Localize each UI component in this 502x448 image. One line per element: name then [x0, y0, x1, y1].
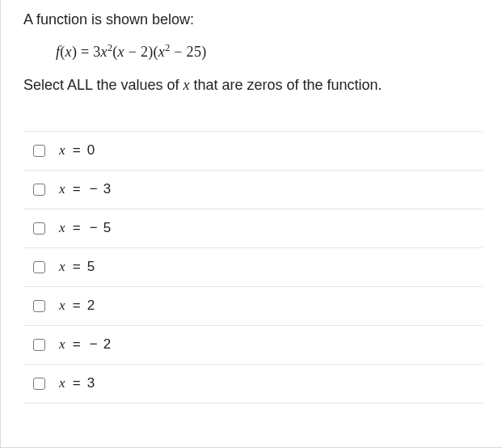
equals-sign: =: [73, 181, 81, 197]
answer-label: x = − 5: [59, 220, 112, 236]
function-formula: f(x) = 3x2(x − 2)(x2 − 25): [56, 42, 483, 61]
answer-checkbox[interactable]: [33, 145, 45, 157]
answer-value: 3: [87, 375, 95, 391]
answer-option[interactable]: x = 2: [23, 286, 483, 325]
negative-sign: −: [90, 220, 98, 235]
equals-sign: =: [73, 142, 81, 158]
answer-label: x = 5: [59, 259, 95, 275]
answer-checkbox[interactable]: [33, 378, 45, 390]
equals-sign: =: [73, 336, 81, 352]
answer-label: x = − 2: [59, 336, 112, 353]
answer-option[interactable]: x = − 3: [23, 170, 483, 209]
variable-x: x: [59, 336, 65, 352]
answer-option[interactable]: x = − 2: [23, 325, 483, 364]
variable-x: x: [59, 220, 65, 235]
variable-x: x: [59, 259, 65, 274]
answer-value: 5: [103, 220, 112, 235]
answer-label: x = 0: [59, 142, 95, 158]
answer-options-list: x = 0x = − 3x = − 5x = 5x = 2x = − 2x = …: [23, 131, 483, 404]
variable-x: x: [59, 298, 65, 313]
answer-label: x = 3: [59, 375, 95, 391]
equals-sign: =: [73, 259, 81, 274]
answer-value: 5: [87, 259, 95, 274]
equals-sign: =: [73, 220, 81, 235]
equals-sign: =: [73, 298, 81, 313]
answer-checkbox[interactable]: [33, 261, 45, 273]
answer-checkbox[interactable]: [33, 339, 45, 351]
answer-value: 3: [103, 181, 112, 197]
answer-option[interactable]: x = − 5: [23, 209, 483, 247]
answer-value: 0: [87, 142, 95, 158]
negative-sign: −: [90, 336, 98, 352]
formula-rparen: ): [72, 44, 81, 60]
variable-x: x: [59, 142, 65, 158]
equals-sign: =: [73, 375, 81, 391]
negative-sign: −: [90, 181, 98, 197]
answer-checkbox[interactable]: [33, 222, 45, 235]
answer-option[interactable]: x = 5: [23, 247, 483, 286]
answer-value: 2: [87, 298, 95, 313]
answer-value: 2: [103, 336, 112, 352]
answer-option[interactable]: x = 3: [23, 364, 483, 404]
formula-lhs-x: x: [65, 44, 72, 60]
question-intro: A function is shown below:: [23, 10, 483, 29]
answer-checkbox[interactable]: [33, 300, 45, 312]
answer-option[interactable]: x = 0: [23, 131, 483, 170]
answer-checkbox[interactable]: [33, 184, 45, 196]
answer-label: x = 2: [59, 298, 95, 314]
instruction-post: that are zeros of the function.: [189, 77, 382, 93]
variable-x: x: [59, 181, 65, 197]
instruction-pre: Select ALL the values of: [23, 77, 183, 93]
question-container: A function is shown below: f(x) = 3x2(x …: [0, 0, 502, 448]
variable-x: x: [59, 375, 65, 391]
answer-label: x = − 3: [59, 181, 112, 197]
question-instruction: Select ALL the values of x that are zero…: [23, 75, 483, 95]
formula-rhs: = 3: [81, 44, 101, 60]
